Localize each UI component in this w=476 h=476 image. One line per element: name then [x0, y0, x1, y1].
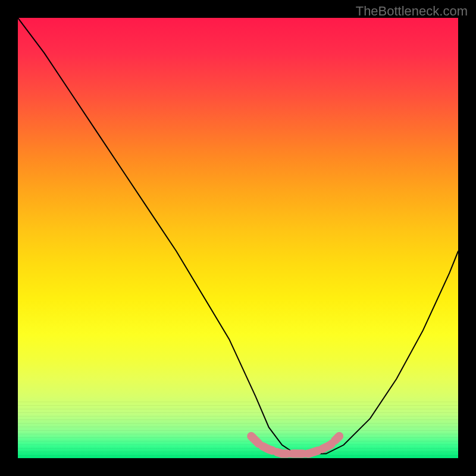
minimum-highlight-path	[251, 436, 339, 454]
plot-area	[18, 18, 458, 458]
watermark-text: TheBottleneck.com	[356, 4, 468, 19]
bottleneck-curve-path	[18, 18, 458, 454]
chart-svg	[18, 18, 458, 458]
